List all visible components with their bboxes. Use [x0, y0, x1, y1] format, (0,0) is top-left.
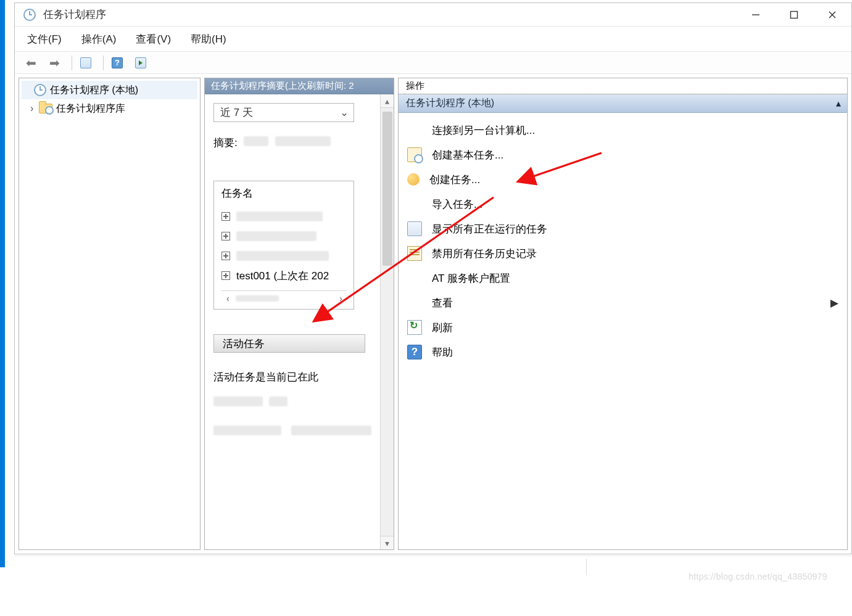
- clock-task-icon: [407, 147, 422, 162]
- folder-icon: [39, 104, 52, 113]
- svg-rect-1: [791, 11, 798, 18]
- task-row-test001[interactable]: test001 (上次在 202: [221, 266, 347, 285]
- task-name-box: 任务名 test001 (上次在 202 ‹ ›: [213, 181, 354, 310]
- toolbar-help-button[interactable]: ?: [107, 54, 127, 72]
- refresh-icon: [407, 320, 422, 335]
- expand-icon[interactable]: [221, 252, 230, 260]
- scroll-thumb[interactable]: [383, 112, 392, 266]
- task-row[interactable]: [221, 207, 347, 226]
- watermark-text: https://blog.csdn.net/qq_43850979: [689, 572, 827, 581]
- clock-icon: [23, 9, 36, 21]
- menu-view[interactable]: 查看(V): [132, 30, 175, 49]
- taskbox-hscroll[interactable]: ‹ ›: [221, 290, 347, 305]
- help-icon: ?: [407, 345, 422, 359]
- new-task-icon: [407, 173, 420, 186]
- menu-help[interactable]: 帮助(H): [187, 30, 230, 49]
- maximize-button[interactable]: [775, 4, 813, 26]
- nav-back-button[interactable]: ⬅: [21, 54, 41, 72]
- scroll-right-button[interactable]: ›: [339, 294, 342, 303]
- actions-scope[interactable]: 任务计划程序 (本地) ▴: [399, 94, 847, 113]
- collapse-icon: ▴: [836, 97, 841, 109]
- action-import-task[interactable]: 导入任务...: [399, 192, 847, 216]
- tree-root[interactable]: 任务计划程序 (本地): [22, 81, 197, 99]
- clock-icon: [34, 84, 46, 96]
- expand-icon[interactable]: [221, 212, 230, 221]
- task-name-header: 任务名: [221, 186, 347, 200]
- action-connect-computer[interactable]: 连接到另一台计算机...: [399, 118, 847, 142]
- actions-list: 连接到另一台计算机... 创建基本任务... 创建任务... 导入任务... 显…: [399, 113, 847, 369]
- action-create-task[interactable]: 创建任务...: [399, 167, 847, 192]
- toolbar: ⬅ ➡ ?: [15, 52, 851, 74]
- menu-bar: 文件(F) 操作(A) 查看(V) 帮助(H): [15, 27, 851, 52]
- running-tasks-icon: [407, 221, 422, 236]
- toolbar-separator: [72, 55, 72, 70]
- menu-action[interactable]: 操作(A): [78, 30, 120, 49]
- time-range-dropdown[interactable]: 近 7 天 ⌄: [213, 103, 354, 122]
- history-icon: [407, 246, 422, 261]
- scroll-down-button[interactable]: ▾: [381, 536, 394, 549]
- action-create-basic-task[interactable]: 创建基本任务...: [399, 142, 847, 167]
- action-help[interactable]: ? 帮助: [399, 340, 847, 364]
- actions-title: 操作: [399, 78, 847, 94]
- active-tasks-note: 活动任务是当前已在此: [213, 370, 389, 384]
- window-title: 任务计划程序: [43, 7, 106, 22]
- action-view[interactable]: 查看 ▶: [399, 290, 847, 315]
- expand-icon[interactable]: [221, 271, 230, 280]
- action-at-service[interactable]: AT 服务帐户配置: [399, 266, 847, 290]
- content-area: 任务计划程序 (本地) › 任务计划程序库 任务计划程序摘要(上次刷新时间: 2…: [15, 74, 851, 554]
- tree-pane: 任务计划程序 (本地) › 任务计划程序库: [19, 78, 201, 550]
- menu-file[interactable]: 文件(F): [23, 30, 65, 49]
- summary-pane: 任务计划程序摘要(上次刷新时间: 2 ▴ ▾ 近 7 天 ⌄ 摘要:: [204, 78, 394, 550]
- active-tasks-header[interactable]: 活动任务: [213, 334, 365, 353]
- expand-icon[interactable]: [221, 232, 230, 240]
- summary-header: 任务计划程序摘要(上次刷新时间: 2: [205, 78, 394, 94]
- tree-library-label: 任务计划程序库: [56, 102, 125, 115]
- submenu-arrow-icon: ▶: [830, 297, 838, 310]
- nav-forward-button[interactable]: ➡: [44, 54, 64, 72]
- time-range-value: 近 7 天: [220, 105, 253, 120]
- toolbar-separator: [103, 55, 104, 70]
- scroll-up-button[interactable]: ▴: [381, 94, 394, 108]
- task-scheduler-window: 任务计划程序 文件(F) 操作(A) 查看(V) 帮助(H) ⬅ ➡ ? 任务计…: [14, 2, 852, 554]
- title-bar: 任务计划程序: [15, 3, 851, 27]
- summary-scrollbar[interactable]: ▴ ▾: [380, 94, 394, 549]
- scroll-left-button[interactable]: ‹: [226, 294, 230, 303]
- toolbar-run-button[interactable]: [131, 54, 151, 72]
- action-refresh[interactable]: 刷新: [399, 315, 847, 340]
- tree-root-label: 任务计划程序 (本地): [50, 84, 138, 97]
- action-disable-history[interactable]: 禁用所有任务历史记录: [399, 241, 847, 266]
- summary-label: 摘要:: [213, 136, 389, 150]
- tree-library[interactable]: › 任务计划程序库: [22, 99, 197, 118]
- task-row[interactable]: [221, 226, 347, 246]
- actions-pane: 操作 任务计划程序 (本地) ▴ 连接到另一台计算机... 创建基本任务... …: [398, 78, 848, 550]
- toolbar-properties-button[interactable]: [76, 54, 96, 72]
- window-left-accent: [0, 0, 5, 567]
- actions-scope-label: 任务计划程序 (本地): [406, 97, 494, 110]
- minimize-button[interactable]: [737, 4, 775, 26]
- task-row[interactable]: [221, 246, 347, 266]
- chevron-down-icon: ⌄: [340, 106, 349, 119]
- task-test001-label: test001 (上次在 202: [236, 269, 329, 283]
- action-show-running[interactable]: 显示所有正在运行的任务: [399, 216, 847, 241]
- close-button[interactable]: [813, 4, 851, 26]
